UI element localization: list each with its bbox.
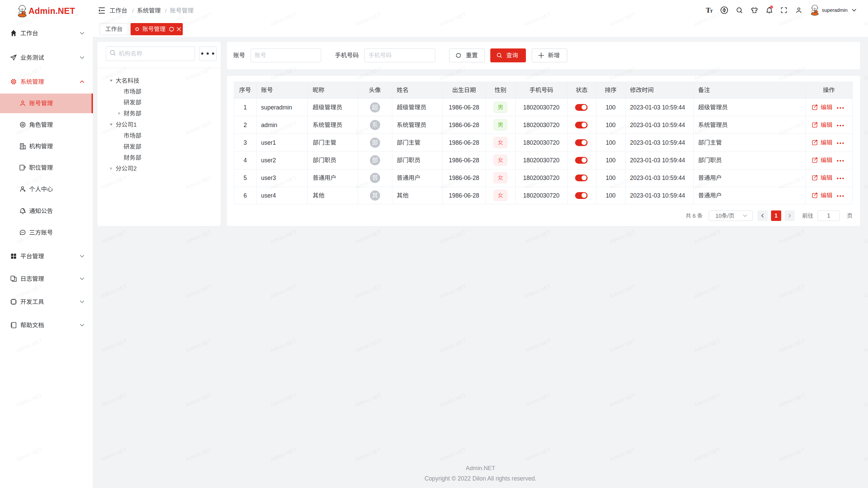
svg-text:Admin.NET: Admin.NET <box>693 338 721 353</box>
svg-text:Admin.NET: Admin.NET <box>270 338 297 353</box>
svg-text:Admin.NET: Admin.NET <box>863 447 868 462</box>
svg-text:Admin.NET: Admin.NET <box>524 338 552 353</box>
svg-text:Admin.NET: Admin.NET <box>270 392 297 408</box>
svg-text:Admin.NET: Admin.NET <box>524 447 552 462</box>
svg-text:Admin.NET: Admin.NET <box>609 392 636 408</box>
svg-text:Admin.NET: Admin.NET <box>693 283 721 299</box>
svg-text:Admin.NET: Admin.NET <box>778 338 806 353</box>
svg-text:Admin.NET: Admin.NET <box>100 447 128 462</box>
svg-text:Admin.NET: Admin.NET <box>609 447 636 462</box>
svg-text:Admin.NET: Admin.NET <box>778 447 806 462</box>
svg-text:Admin.NET: Admin.NET <box>270 447 297 462</box>
svg-text:Admin.NET: Admin.NET <box>693 229 721 245</box>
svg-text:Admin.NET: Admin.NET <box>778 229 806 245</box>
svg-text:Admin.NET: Admin.NET <box>439 283 467 299</box>
svg-text:Admin.NET: Admin.NET <box>270 283 297 299</box>
svg-text:Admin.NET: Admin.NET <box>609 229 636 245</box>
svg-text:Admin.NET: Admin.NET <box>354 338 382 353</box>
svg-text:Admin.NET: Admin.NET <box>185 338 213 353</box>
svg-text:Admin.NET: Admin.NET <box>524 392 552 408</box>
svg-text:Admin.NET: Admin.NET <box>354 229 382 245</box>
svg-text:Admin.NET: Admin.NET <box>863 229 868 245</box>
svg-text:Admin.NET: Admin.NET <box>778 283 806 299</box>
svg-text:Admin.NET: Admin.NET <box>100 338 128 353</box>
svg-text:Admin.NET: Admin.NET <box>863 120 868 136</box>
svg-text:Admin.NET: Admin.NET <box>100 283 128 299</box>
svg-text:Admin.NET: Admin.NET <box>185 392 213 408</box>
svg-text:Admin.NET: Admin.NET <box>778 392 806 408</box>
svg-text:Admin.NET: Admin.NET <box>100 392 128 408</box>
svg-text:Admin.NET: Admin.NET <box>439 229 467 245</box>
svg-text:Admin.NET: Admin.NET <box>185 283 213 299</box>
svg-text:Admin.NET: Admin.NET <box>609 283 636 299</box>
svg-text:Admin.NET: Admin.NET <box>863 283 868 299</box>
svg-text:Admin.NET: Admin.NET <box>693 392 721 408</box>
svg-text:Admin.NET: Admin.NET <box>185 229 213 245</box>
svg-text:Admin.NET: Admin.NET <box>270 229 297 245</box>
svg-text:Admin.NET: Admin.NET <box>185 447 213 462</box>
svg-text:Admin.NET: Admin.NET <box>354 447 382 462</box>
svg-text:Admin.NET: Admin.NET <box>524 283 552 299</box>
svg-text:Admin.NET: Admin.NET <box>100 229 128 245</box>
svg-text:Admin.NET: Admin.NET <box>354 283 382 299</box>
svg-text:Admin.NET: Admin.NET <box>863 392 868 408</box>
svg-text:Admin.NET: Admin.NET <box>863 66 868 81</box>
svg-text:Admin.NET: Admin.NET <box>354 392 382 408</box>
svg-text:Admin.NET: Admin.NET <box>863 338 868 353</box>
svg-text:Admin.NET: Admin.NET <box>524 229 552 245</box>
svg-text:Admin.NET: Admin.NET <box>439 392 467 408</box>
svg-text:Admin.NET: Admin.NET <box>863 175 868 190</box>
svg-text:Admin.NET: Admin.NET <box>609 338 636 353</box>
svg-text:Admin.NET: Admin.NET <box>439 338 467 353</box>
svg-text:Admin.NET: Admin.NET <box>439 447 467 462</box>
svg-text:Admin.NET: Admin.NET <box>693 447 721 462</box>
